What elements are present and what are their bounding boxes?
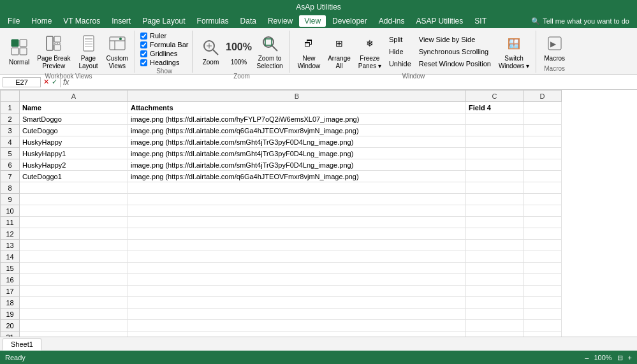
grid-cell[interactable] xyxy=(524,182,562,194)
grid-cell[interactable] xyxy=(524,286,562,297)
zoom-100-button[interactable]: 100% 100% xyxy=(226,36,251,68)
grid-cell[interactable] xyxy=(20,240,128,251)
reset-window-position-button[interactable]: Reset Window Position xyxy=(416,59,494,69)
menu-review[interactable]: Review xyxy=(263,15,298,27)
confirm-formula-icon[interactable]: ✓ xyxy=(52,78,57,86)
normal-button[interactable]: Normal xyxy=(6,36,32,68)
synchronous-scrolling-button[interactable]: Synchronous Scrolling xyxy=(416,47,494,57)
menu-sit[interactable]: SIT xyxy=(469,15,492,27)
cell-reference-input[interactable] xyxy=(3,77,41,87)
unhide-button[interactable]: Unhide xyxy=(386,59,414,69)
view-side-by-side-button[interactable]: View Side by Side xyxy=(416,34,494,45)
grid-cell[interactable] xyxy=(128,182,466,194)
row-number[interactable]: 7 xyxy=(1,171,20,182)
row-number[interactable]: 4 xyxy=(1,136,20,148)
zoom-button[interactable]: Zoom xyxy=(198,36,223,68)
menu-home[interactable]: Home xyxy=(26,15,57,27)
grid-cell[interactable] xyxy=(524,194,562,205)
grid-cell[interactable] xyxy=(524,159,562,171)
grid-cell[interactable]: HuskyHappy2 xyxy=(20,159,128,171)
grid-cell[interactable] xyxy=(466,263,524,274)
col-header-c[interactable]: C xyxy=(466,91,524,102)
row-number[interactable]: 13 xyxy=(1,240,20,251)
grid-cell[interactable] xyxy=(128,194,466,205)
menu-addins[interactable]: Add-ins xyxy=(374,15,410,27)
row-number[interactable]: 21 xyxy=(1,331,20,337)
ruler-checkbox[interactable] xyxy=(140,33,147,40)
menu-view[interactable]: View xyxy=(299,15,326,27)
grid-cell[interactable] xyxy=(128,251,466,263)
search-bar[interactable]: 🔍 Tell me what you want to do xyxy=(526,16,634,27)
grid-cell[interactable]: image.png (https://dl.airtable.com/smGht… xyxy=(128,136,466,148)
row-number[interactable]: 18 xyxy=(1,297,20,309)
grid-cell[interactable] xyxy=(466,182,524,194)
freeze-panes-button[interactable]: ❄ FreezePanes ▾ xyxy=(356,32,384,71)
grid-cell[interactable] xyxy=(20,309,128,320)
grid-cell[interactable] xyxy=(524,205,562,217)
ruler-checkbox-item[interactable]: Ruler xyxy=(140,32,189,40)
grid-cell[interactable] xyxy=(20,194,128,205)
grid-cell[interactable]: Attachments xyxy=(128,102,466,113)
hide-button[interactable]: Hide xyxy=(386,47,414,57)
row-number[interactable]: 8 xyxy=(1,182,20,194)
zoom-to-selection-button[interactable]: Zoom toSelection xyxy=(254,32,285,71)
grid-cell[interactable] xyxy=(466,171,524,182)
grid-cell[interactable] xyxy=(524,102,562,113)
grid-cell[interactable] xyxy=(466,228,524,240)
page-break-preview-button[interactable]: Page BreakPreview xyxy=(34,32,73,71)
switch-windows-button[interactable]: 🪟 SwitchWindows ▾ xyxy=(496,32,532,71)
row-number[interactable]: 11 xyxy=(1,217,20,228)
grid-cell[interactable] xyxy=(524,136,562,148)
grid-cell[interactable] xyxy=(20,251,128,263)
grid-cell[interactable] xyxy=(466,125,524,136)
row-number[interactable]: 16 xyxy=(1,274,20,286)
status-zoom-in[interactable]: + xyxy=(628,354,632,361)
grid-cell[interactable] xyxy=(524,125,562,136)
grid-cell[interactable] xyxy=(524,320,562,331)
grid-cell[interactable] xyxy=(466,217,524,228)
row-number[interactable]: 15 xyxy=(1,263,20,274)
grid-cell[interactable] xyxy=(524,263,562,274)
row-number[interactable]: 9 xyxy=(1,194,20,205)
grid-cell[interactable] xyxy=(466,205,524,217)
split-button[interactable]: Split xyxy=(386,34,414,45)
menu-developer[interactable]: Developer xyxy=(327,15,372,27)
row-number[interactable]: 6 xyxy=(1,159,20,171)
grid-cell[interactable] xyxy=(20,320,128,331)
formula-input[interactable] xyxy=(71,78,634,86)
row-number[interactable]: 2 xyxy=(1,113,20,125)
grid-cell[interactable]: image.png (https://dl.airtable.com/q6Ga4… xyxy=(128,171,466,182)
grid-cell[interactable] xyxy=(20,217,128,228)
grid-cell[interactable] xyxy=(524,309,562,320)
grid-cell[interactable]: Name xyxy=(20,102,128,113)
row-number[interactable]: 17 xyxy=(1,286,20,297)
grid-cell[interactable] xyxy=(20,228,128,240)
grid-cell[interactable] xyxy=(466,148,524,159)
page-layout-button[interactable]: PageLayout xyxy=(76,32,101,71)
grid-cell[interactable] xyxy=(524,171,562,182)
grid-cell[interactable] xyxy=(524,240,562,251)
grid-cell[interactable] xyxy=(20,205,128,217)
grid-cell[interactable]: SmartDoggo xyxy=(20,113,128,125)
grid-cell[interactable] xyxy=(128,331,466,337)
grid-cell[interactable] xyxy=(128,240,466,251)
grid-cell[interactable]: image.png (https://dl.airtable.com/q6Ga4… xyxy=(128,125,466,136)
col-header-b[interactable]: B xyxy=(128,91,466,102)
formula-bar-checkbox-item[interactable]: Formula Bar xyxy=(140,41,189,48)
grid-cell[interactable]: CuteDoggo xyxy=(20,125,128,136)
grid-cell[interactable]: HuskyHappy1 xyxy=(20,148,128,159)
grid-cell[interactable] xyxy=(128,309,466,320)
menu-formulas[interactable]: Formulas xyxy=(192,15,234,27)
grid-cell[interactable] xyxy=(466,286,524,297)
menu-asap[interactable]: ASAP Utilities xyxy=(411,15,468,27)
col-header-d[interactable]: D xyxy=(524,91,562,102)
gridlines-checkbox-item[interactable]: Gridlines xyxy=(140,50,189,57)
grid-cell[interactable] xyxy=(128,217,466,228)
grid-cell[interactable] xyxy=(524,297,562,309)
grid-cell[interactable] xyxy=(128,274,466,286)
headings-checkbox[interactable] xyxy=(140,59,147,66)
grid-cell[interactable] xyxy=(524,217,562,228)
cancel-formula-icon[interactable]: ✕ xyxy=(43,78,49,86)
grid-cell[interactable] xyxy=(20,297,128,309)
menu-vtmacros[interactable]: VT Macros xyxy=(58,15,105,27)
